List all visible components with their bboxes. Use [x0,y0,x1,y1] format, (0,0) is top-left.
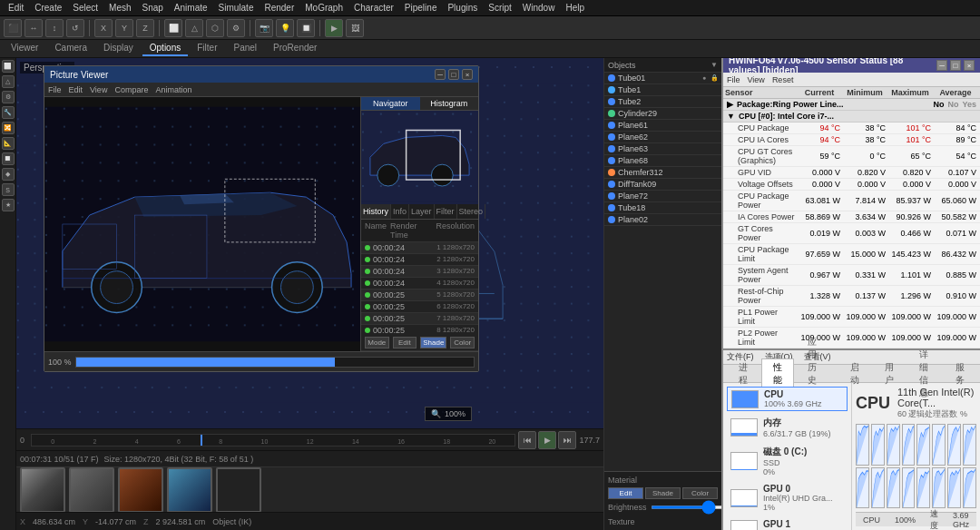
sidebar-icon-9[interactable]: S [2,183,15,196]
tab-prorender[interactable]: ProRender [266,41,324,56]
obj-lock-icon-1[interactable]: 🔒 [710,74,718,82]
pv-minimize[interactable]: ─ [435,69,446,80]
menu-plugins[interactable]: Plugins [443,2,482,14]
sidebar-icon-3[interactable]: ⚙ [2,91,15,103]
tool-btn-2[interactable]: ↔ [24,19,43,37]
mode-btn-edit2[interactable]: Edit [608,487,643,499]
hwinfo-section-pkg[interactable]: ▶ Package:Ring Power Line... No No Yes [723,99,980,111]
pv-maximize[interactable]: □ [448,69,459,80]
obj-row-plane61[interactable]: Plane61 [604,120,721,132]
tool-render-pic[interactable]: 🖼 [346,19,364,37]
task-item-gpu0[interactable]: GPU 0 Intel(R) UHD Gra... 1% [727,482,848,514]
tool-btn-5[interactable]: X [94,19,113,37]
render-row-8[interactable]: 00:00:25 8 1280x720 [361,325,478,336]
obj-row-plane63[interactable]: Plane63 [604,143,721,155]
hwinfo-close[interactable]: × [964,60,975,71]
obj-row-difftank[interactable]: DiffTank09 [604,179,721,191]
obj-filter-icon[interactable]: ▼ [710,61,718,69]
obj-row-tube18[interactable]: Tube18 [604,202,721,214]
hwinfo-section-cpu[interactable]: ▼ CPU [#0]: Intel Core i7-... [723,111,980,123]
hwinfo-row-vid[interactable]: GPU VID 0.000 V 0.820 V 0.820 V 0.107 V [723,167,980,179]
obj-vis-icon-1[interactable]: ● [702,74,710,82]
viewport-zoom-icon[interactable]: 🔍 [431,409,441,418]
mode-btn-shade[interactable]: Shade [420,337,446,348]
tab-panel[interactable]: Panel [226,41,264,56]
hwinfo-menu-view[interactable]: View [748,75,765,84]
task-item-disk[interactable]: 磁盘 0 (C:) SSD 0% [727,444,848,478]
tab-camera[interactable]: Camera [47,41,94,56]
obj-row-tube1[interactable]: Tube1 [604,84,721,96]
tool-render[interactable]: ▶ [325,19,343,37]
timeline-track[interactable]: 0 2 4 6 8 10 12 14 16 18 20 [31,434,515,447]
mode-btn-shade2[interactable]: Shade [645,487,681,499]
hwinfo-row-pkgpwr[interactable]: CPU Package Power 63.081 W 7.814 W 85.93… [723,191,980,211]
hwinfo-row-sa[interactable]: System Agent Power 0.967 W 0.331 W 1.101… [723,265,980,286]
tool-btn-3[interactable]: ↕ [45,19,64,37]
hwinfo-row-ia[interactable]: CPU IA Cores 94 °C 38 °C 101 °C 89 °C [723,134,980,146]
sidebar-icon-2[interactable]: △ [2,75,15,88]
material-swatch-5[interactable] [216,467,261,513]
menu-mograph[interactable]: MoGraph [300,2,348,14]
obj-row-plane68[interactable]: Plane68 [604,155,721,167]
material-swatch-2[interactable] [69,467,114,513]
obj-row-plane62[interactable]: Plane62 [604,132,721,143]
render-row-5[interactable]: 00:00:25 5 1280x720 [361,290,478,301]
mode-btn-color[interactable]: Color [450,337,475,348]
obj-row-chemfer[interactable]: Chemfer312 [604,167,721,179]
menu-simulate[interactable]: Simulate [214,2,259,14]
menu-edit[interactable]: Edit [4,2,28,14]
tab-filter[interactable]: Filter [190,41,224,56]
tab-history[interactable]: History [361,204,391,219]
sidebar-icon-10[interactable]: ★ [2,199,15,211]
tab-layer[interactable]: Layer [409,204,435,219]
tool-btn-12[interactable]: 📷 [255,19,273,37]
tab-options[interactable]: Options [142,41,188,56]
hwinfo-row-voff[interactable]: Voltage Offsets 0.000 V 0.000 V 0.000 V … [723,179,980,191]
mode-btn-color2[interactable]: Color [682,487,718,499]
task-item-cpu[interactable]: CPU 100% 3.69 GHz [727,387,848,411]
tool-btn-1[interactable]: ⬛ [4,19,22,37]
tool-btn-4[interactable]: ↺ [66,19,84,37]
render-row-4[interactable]: 00:00:24 4 1280x720 [361,278,478,290]
hwinfo-row-pkg[interactable]: CPU Package 94 °C 38 °C 101 °C 84 °C [723,123,980,134]
pv-menu-compare[interactable]: Compare [114,85,148,94]
pv-menu-file[interactable]: File [48,85,62,94]
menu-snap[interactable]: Snap [138,2,168,14]
render-row-2[interactable]: 00:00:24 2 1280x720 [361,254,478,266]
menu-animate[interactable]: Animate [170,2,212,14]
render-row-6[interactable]: 00:00:25 6 1280x720 [361,301,478,313]
hwinfo-minimize[interactable]: ─ [936,60,947,71]
menu-pipeline[interactable]: Pipeline [400,2,442,14]
btn-next-frame[interactable]: ⏭ [558,431,576,449]
tool-btn-8[interactable]: ⬜ [164,19,182,37]
sidebar-icon-7[interactable]: 🔲 [2,152,15,165]
obj-row-tube01[interactable]: Tube01 ● 🔒 [604,73,721,84]
tab-stereo[interactable]: Stereo [457,204,486,219]
tool-btn-11[interactable]: ⚙ [227,19,245,37]
sidebar-icon-4[interactable]: 🔧 [2,106,15,119]
pv-close[interactable]: × [462,69,473,80]
material-swatch-1[interactable] [20,467,65,513]
hwinfo-menu-reset[interactable]: Reset [772,75,794,84]
hwinfo-row-gtpwr[interactable]: GT Cores Power 0.019 W 0.003 W 0.466 W 0… [723,223,980,244]
tool-btn-7[interactable]: Z [136,19,154,37]
sidebar-icon-1[interactable]: ⬜ [2,60,15,73]
menu-render[interactable]: Render [260,2,299,14]
render-row-3[interactable]: 00:00:24 3 1280x720 [361,266,478,278]
hwinfo-menu-file[interactable]: File [727,75,740,84]
tab-filter[interactable]: Filter [435,204,457,219]
menu-create[interactable]: Create [30,2,66,14]
brightness-slider[interactable] [651,505,721,509]
sidebar-icon-6[interactable]: 📐 [2,137,15,150]
menu-script[interactable]: Script [484,2,516,14]
tool-btn-14[interactable]: 🔲 [297,19,315,37]
render-row-1[interactable]: 00:00:24 1 1280x720 [361,242,478,254]
obj-row-plane72[interactable]: Plane72 [604,191,721,202]
tool-btn-6[interactable]: Y [115,19,133,37]
menu-mesh[interactable]: Mesh [104,2,135,14]
hwinfo-row-pl1[interactable]: PL1 Power Limit 109.000 W 109.000 W 109.… [723,307,980,328]
btn-play[interactable]: ▶ [538,431,556,449]
task-item-memory[interactable]: 内存 6.6/31.7 GB (19%) [727,415,848,440]
tab-display[interactable]: Display [96,41,141,56]
obj-row-plane02[interactable]: Plane02 [604,214,721,226]
